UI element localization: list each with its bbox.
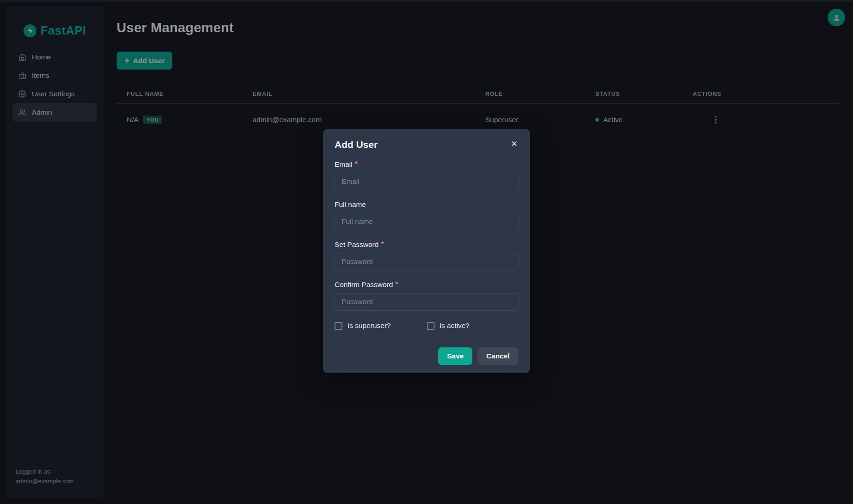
add-user-modal: Add User ✕ Email* Full name Set Password…	[323, 129, 530, 373]
confirm-password-field[interactable]	[335, 293, 518, 311]
modal-header: Add User ✕	[335, 139, 518, 150]
required-marker: *	[355, 160, 358, 168]
save-button[interactable]: Save	[438, 347, 472, 365]
email-field-group: Email*	[335, 160, 518, 190]
is-active-label: Is active?	[440, 322, 470, 330]
app-window: FastAPI Home Items	[0, 0, 853, 504]
set-password-field-label: Set Password	[335, 240, 379, 248]
set-password-field[interactable]	[335, 253, 518, 270]
full-name-field-label: Full name	[335, 200, 366, 208]
checkbox-icon	[427, 322, 435, 330]
checkbox-icon	[335, 322, 342, 330]
modal-footer: Save Cancel	[335, 347, 518, 365]
is-active-checkbox[interactable]: Is active?	[427, 322, 519, 330]
cancel-button[interactable]: Cancel	[477, 347, 518, 365]
confirm-password-field-label: Confirm Password	[335, 281, 393, 288]
full-name-field[interactable]	[335, 213, 518, 230]
required-marker: *	[381, 240, 384, 248]
required-marker: *	[395, 281, 398, 288]
close-icon[interactable]: ✕	[511, 140, 518, 148]
is-superuser-label: Is superuser?	[347, 322, 391, 330]
set-password-field-group: Set Password*	[335, 240, 518, 270]
full-name-field-group: Full name	[335, 200, 518, 230]
is-superuser-checkbox[interactable]: Is superuser?	[335, 322, 427, 330]
email-field[interactable]	[335, 173, 518, 190]
modal-checkbox-row: Is superuser? Is active?	[335, 322, 518, 330]
email-field-label: Email	[335, 160, 353, 168]
modal-title: Add User	[335, 139, 377, 150]
confirm-password-field-group: Confirm Password*	[335, 281, 518, 311]
